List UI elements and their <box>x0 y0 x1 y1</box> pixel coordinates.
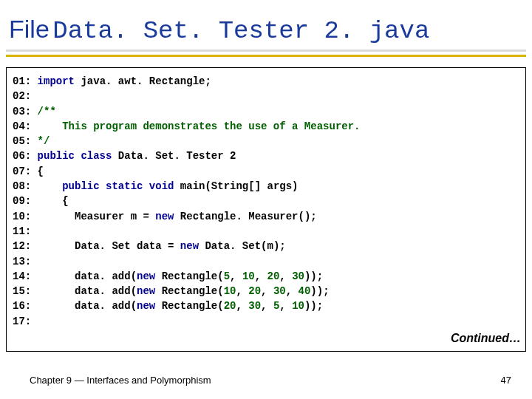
code-token: new <box>137 300 155 312</box>
code-token: 20 <box>224 300 236 312</box>
line-number: 05: <box>13 135 38 147</box>
code-token: , <box>261 300 273 312</box>
code-token: 10 <box>224 285 236 297</box>
footer-chapter: Chapter 9 — Interfaces and Polymorphism <box>30 375 211 386</box>
code-token: 20 <box>248 285 261 297</box>
code-line: 02: <box>13 89 519 103</box>
title-rule-accent <box>6 55 526 57</box>
code-token: public static void <box>62 180 174 192</box>
code-token: public class <box>38 150 112 162</box>
code-token: Data. Set(m); <box>199 240 286 252</box>
footer-page-number: 47 <box>501 375 511 386</box>
line-number: 04: <box>13 120 38 132</box>
code-token: Data. Set data = <box>38 240 180 252</box>
line-number: 08: <box>13 180 38 192</box>
code-listing: 01: import java. awt. Rectangle;02: 03: … <box>6 67 526 352</box>
code-line: 10: Measurer m = new Rectangle. Measurer… <box>13 209 519 224</box>
code-line: 09: { <box>13 194 519 208</box>
code-token: This program demonstrates the use of a M… <box>38 120 361 132</box>
code-token: , <box>279 270 292 282</box>
code-token: , <box>255 270 267 282</box>
line-number: 17: <box>13 316 38 327</box>
code-token: java. awt. Rectangle; <box>75 75 211 87</box>
code-line: 13: <box>13 254 519 269</box>
code-token: 10 <box>292 300 304 312</box>
code-line: 15: data. add(new Rectangle(10, 20, 30, … <box>13 284 519 299</box>
code-token: , <box>230 270 242 282</box>
slide-footer: Chapter 9 — Interfaces and Polymorphism … <box>0 375 532 386</box>
code-token: 30 <box>273 285 286 297</box>
code-token: data. add( <box>38 285 137 297</box>
code-token: Rectangle. Measurer(); <box>174 211 316 222</box>
code-token: Rectangle( <box>155 300 223 312</box>
code-token: { <box>38 166 44 177</box>
code-token: )); <box>304 300 323 312</box>
code-line: 08: public static void main(String[] arg… <box>13 179 519 194</box>
code-token: Data. Set. Tester 2 <box>112 150 236 162</box>
line-number: 01: <box>13 75 38 87</box>
line-number: 11: <box>13 225 38 237</box>
code-token: main(String[] args) <box>174 180 298 192</box>
code-token: new <box>180 240 199 252</box>
code-token: 5 <box>224 270 230 282</box>
code-token: new <box>137 270 155 282</box>
code-token: new <box>155 211 174 222</box>
line-number: 12: <box>13 240 38 252</box>
code-token: import <box>38 75 75 87</box>
continued-label: Continued… <box>451 330 521 347</box>
code-token: , <box>286 285 299 297</box>
code-token: 40 <box>299 285 311 297</box>
code-token: new <box>137 285 155 297</box>
code-token: 30 <box>248 300 261 312</box>
code-token: , <box>236 285 248 297</box>
code-token: /** <box>38 106 56 117</box>
title-filename: Data. Set. Tester 2. java <box>52 17 429 45</box>
code-token: )); <box>304 270 323 282</box>
code-token: data. add( <box>38 270 137 282</box>
code-token: 10 <box>242 270 255 282</box>
line-number: 10: <box>13 211 38 222</box>
line-number: 07: <box>13 166 38 177</box>
code-line: 04: This program demonstrates the use of… <box>13 119 519 134</box>
slide-title: File Data. Set. Tester 2. java <box>0 0 532 50</box>
code-token: Rectangle( <box>155 270 223 282</box>
line-number: 09: <box>13 195 38 207</box>
code-line: 11: <box>13 224 519 239</box>
code-line: 06: public class Data. Set. Tester 2 <box>13 149 519 163</box>
code-line: 12: Data. Set data = new Data. Set(m); <box>13 239 519 253</box>
code-token: )); <box>310 285 329 297</box>
code-token: , <box>261 285 273 297</box>
code-token: */ <box>38 135 50 147</box>
code-token: Rectangle( <box>155 285 223 297</box>
code-token: Measurer m = <box>38 211 156 222</box>
code-token <box>38 180 63 192</box>
code-token: , <box>236 300 248 312</box>
line-number: 03: <box>13 106 38 117</box>
code-line: 01: import java. awt. Rectangle; <box>13 74 519 89</box>
code-token: 30 <box>292 270 304 282</box>
code-line: 03: /** <box>13 104 519 119</box>
code-line: 16: data. add(new Rectangle(20, 30, 5, 1… <box>13 299 519 313</box>
line-number: 02: <box>13 90 38 102</box>
code-line: 05: */ <box>13 134 519 149</box>
line-number: 14: <box>13 270 38 282</box>
code-token: 20 <box>267 270 280 282</box>
code-line: 07: { <box>13 164 519 179</box>
code-line: 17: <box>13 314 519 329</box>
code-token: , <box>279 300 292 312</box>
line-number: 16: <box>13 300 38 312</box>
line-number: 06: <box>13 150 38 162</box>
line-number: 15: <box>13 285 38 297</box>
code-token: data. add( <box>38 300 137 312</box>
code-line: 14: data. add(new Rectangle(5, 10, 20, 3… <box>13 269 519 284</box>
title-rule-top <box>6 50 526 52</box>
code-token: { <box>38 195 69 207</box>
line-number: 13: <box>13 256 38 267</box>
title-prefix: File <box>9 15 50 43</box>
